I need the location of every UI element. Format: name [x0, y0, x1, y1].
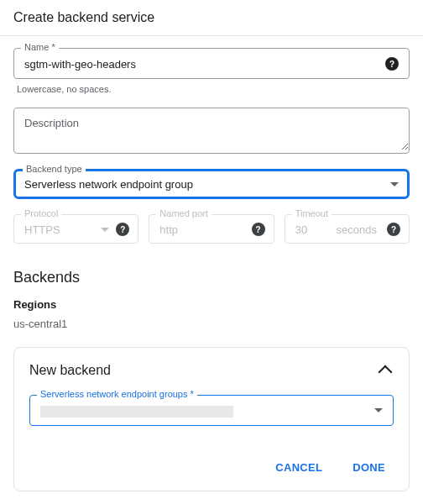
- regions-label: Regions: [13, 298, 410, 311]
- timeout-value: 30: [295, 223, 330, 236]
- region-value: us-central1: [13, 318, 410, 330]
- help-icon[interactable]: ?: [387, 223, 400, 236]
- name-field[interactable]: Name * ?: [13, 48, 410, 79]
- neg-select[interactable]: Serverless network endpoint groups *: [29, 395, 394, 426]
- named-port-field: Named port http ?: [149, 214, 274, 244]
- new-backend-panel: New backend Serverless network endpoint …: [13, 347, 410, 491]
- timeout-field: Timeout 30 seconds ?: [285, 214, 410, 244]
- backend-type-select[interactable]: Backend type Serverless network endpoint…: [13, 169, 410, 199]
- neg-value: [40, 404, 368, 417]
- chevron-down-icon: [101, 228, 109, 232]
- backends-heading: Backends: [13, 269, 410, 286]
- backend-type-label: Backend type: [23, 164, 86, 174]
- chevron-down-icon: [390, 182, 399, 186]
- name-input[interactable]: [24, 58, 379, 71]
- neg-label: Serverless network endpoint groups *: [37, 389, 197, 399]
- chevron-down-icon: [374, 408, 383, 412]
- named-port-label: Named port: [156, 208, 211, 218]
- protocol-label: Protocol: [21, 208, 61, 218]
- new-backend-title: New backend: [29, 363, 111, 378]
- page-title: Create backend service: [0, 0, 423, 36]
- description-field[interactable]: [13, 108, 410, 154]
- cancel-button[interactable]: CANCEL: [272, 456, 326, 479]
- help-icon[interactable]: ?: [116, 223, 129, 236]
- backend-type-value: Serverless network endpoint group: [24, 178, 384, 191]
- protocol-value: HTTPS: [24, 223, 94, 236]
- description-textarea[interactable]: [14, 108, 409, 150]
- help-icon[interactable]: ?: [252, 223, 265, 236]
- help-icon[interactable]: ?: [385, 57, 399, 71]
- timeout-unit: seconds: [337, 223, 377, 236]
- chevron-up-icon[interactable]: [379, 365, 393, 380]
- timeout-label: Timeout: [292, 208, 332, 218]
- done-button[interactable]: DONE: [349, 456, 389, 479]
- name-label: Name *: [21, 42, 59, 52]
- named-port-value: http: [159, 223, 244, 236]
- name-helper: Lowercase, no spaces.: [17, 84, 410, 94]
- protocol-select: Protocol HTTPS ?: [13, 214, 138, 244]
- redacted-value: [40, 406, 233, 417]
